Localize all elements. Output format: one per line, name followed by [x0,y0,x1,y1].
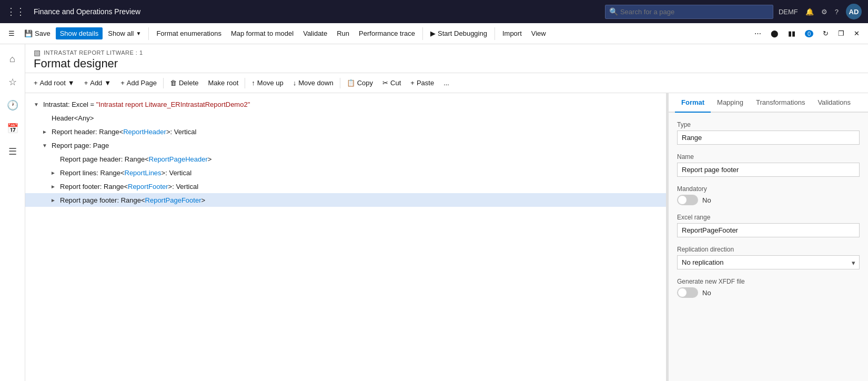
tree-item-report-page-header[interactable]: Report page header: Range<ReportPageHead… [25,152,666,166]
expand-icon-report-header: ► [42,129,51,135]
save-button[interactable]: 💾 Save [20,27,55,39]
grid-icon[interactable]: ⋮⋮ [6,6,25,17]
expand-icon-report-lines: ► [51,170,59,176]
sidebar-recent-icon[interactable]: 🕐 [2,95,23,116]
notification-icon[interactable]: 🔔 [805,8,814,16]
more-button[interactable]: ⋯ [750,27,765,39]
more-toolbar-button[interactable]: ... [439,77,453,89]
add-dropdown-icon: ▼ [104,79,111,87]
tree-item-report-page-footer[interactable]: ► Report page footer: Range<ReportPageFo… [25,193,666,207]
tree-item-report-header-text: Report header: Range< [52,128,123,136]
import-button[interactable]: Import [498,27,526,39]
xfdf-toggle[interactable] [677,287,698,298]
tree-item-footer-text: Report footer: Range< [60,183,128,190]
show-all-button[interactable]: Show all ▼ [104,27,145,39]
xfdf-field-group: Generate new XFDF file No [677,278,860,298]
tab-validations[interactable]: Validations [811,93,857,113]
main-layout: ⌂ ☆ 🕐 📅 ☰ ▧ INTRASTAT REPORT LITWARE : 1… [0,44,868,381]
add-root-button[interactable]: + Add root ▼ [29,77,79,89]
expand-icon-report-footer: ► [51,184,59,189]
sidebar-icons: ⌂ ☆ 🕐 📅 ☰ [0,44,25,381]
tree-item-report-lines[interactable]: ► Report lines: Range<ReportLines>: Vert… [25,166,666,179]
move-up-button[interactable]: ↑ Move up [247,77,287,89]
tree-pane: ▼ Intrastat: Excel = "Intrastat report L… [25,93,666,381]
run-button[interactable]: Run [332,27,354,39]
mandatory-toggle[interactable] [677,195,698,205]
settings-icon[interactable]: ⚙ [821,8,827,16]
name-field-input[interactable] [677,163,860,177]
debug-icon: ▶ [430,29,436,37]
tree-item-header-any-text: Header<Any> [52,114,94,122]
start-debugging-button[interactable]: ▶ Start Debugging [426,27,491,39]
close-button[interactable]: ✕ [850,27,864,39]
xfdf-toggle-row: No [677,287,860,298]
help-icon[interactable]: ? [835,8,839,16]
excel-range-field-group: Excel range [677,214,860,237]
validate-button[interactable]: Validate [299,27,331,39]
split-pane: ▼ Intrastat: Excel = "Intrastat report L… [25,93,868,381]
open-new-button[interactable]: ❐ [834,27,849,39]
show-all-dropdown-icon: ▼ [136,31,142,36]
show-details-button[interactable]: Show details [56,27,103,39]
view-button[interactable]: View [527,27,550,39]
tree-item-root-text: Intrastat: Excel = [43,101,96,108]
right-panel: Format Mapping Transformations Validatio… [668,93,868,381]
mandatory-toggle-knob [678,196,687,204]
sidebar-home-icon[interactable]: ⌂ [2,48,23,69]
right-panel-content: Type Name Mandatory [669,113,868,381]
move-down-icon: ↓ [293,79,297,87]
separator-2 [422,27,423,40]
tab-mapping[interactable]: Mapping [711,93,750,113]
add-page-button[interactable]: + Add Page [116,77,161,89]
tree-item-report-footer[interactable]: ► Report footer: Range<ReportFooter>: Ve… [25,179,666,193]
delete-button[interactable]: 🗑 Delete [166,77,203,89]
replication-select[interactable]: No replication Vertical Horizontal [677,255,860,269]
name-field-label: Name [677,153,860,161]
expand-icon-page-footer: ► [51,197,59,203]
tree-item-root[interactable]: ▼ Intrastat: Excel = "Intrastat report L… [25,97,666,111]
format-enumerations-button[interactable]: Format enumerations [152,27,226,39]
tree-item-header-any[interactable]: Header<Any> [25,111,666,125]
badge-button[interactable]: 0 [801,28,817,39]
add-button[interactable]: + Add ▼ [80,77,116,89]
tree-item-report-header[interactable]: ► Report header: Range<ReportHeader>: Ve… [25,125,666,138]
diamond-button[interactable]: ⬤ [766,27,783,39]
tab-format[interactable]: Format [675,93,711,113]
action-bar: ☰ 💾 Save Show details Show all ▼ Format … [0,23,868,44]
copy-button[interactable]: 📋 Copy [342,77,377,89]
panel-button[interactable]: ▮▮ [784,27,800,39]
hamburger-button[interactable]: ☰ [4,27,19,39]
tree-item-report-page[interactable]: ▼ Report page: Page [25,138,666,152]
separator-3 [494,27,495,40]
type-field-label: Type [677,121,860,128]
make-root-button[interactable]: Make root [204,77,243,89]
map-format-button[interactable]: Map format to model [227,27,298,39]
sidebar-calendar-icon[interactable]: 📅 [2,118,23,139]
sidebar-list-icon[interactable]: ☰ [2,141,23,162]
sidebar-favorites-icon[interactable]: ☆ [2,72,23,93]
add-root-icon: + [34,79,38,87]
filter-icon[interactable]: ▧ [34,48,41,57]
cut-icon: ✂ [382,79,388,87]
refresh-button[interactable]: ↻ [819,27,833,39]
delete-icon: 🗑 [170,79,177,87]
tab-transformations[interactable]: Transformations [750,93,811,113]
user-env: DEMF [779,8,798,16]
expand-icon-root: ▼ [34,102,42,107]
type-field-input[interactable] [677,131,860,145]
move-down-button[interactable]: ↓ Move down [289,77,338,89]
replication-field-group: Replication direction No replication Ver… [677,246,860,269]
user-badge[interactable]: AD [846,4,862,19]
add-icon: + [84,79,88,87]
search-input[interactable] [605,5,773,19]
xfdf-toggle-knob [678,288,687,297]
performance-trace-button[interactable]: Performance trace [355,27,419,39]
type-field-group: Type [677,121,860,145]
toolbar-sep-3 [340,78,340,88]
cut-button[interactable]: ✂ Cut [378,77,405,89]
mandatory-toggle-row: No [677,195,860,205]
paste-button[interactable]: + Paste [406,77,438,89]
excel-range-input[interactable] [677,223,860,237]
xfdf-label: Generate new XFDF file [677,278,860,285]
format-toolbar: + Add root ▼ + Add ▼ + Add Page 🗑 Delete… [25,73,868,93]
